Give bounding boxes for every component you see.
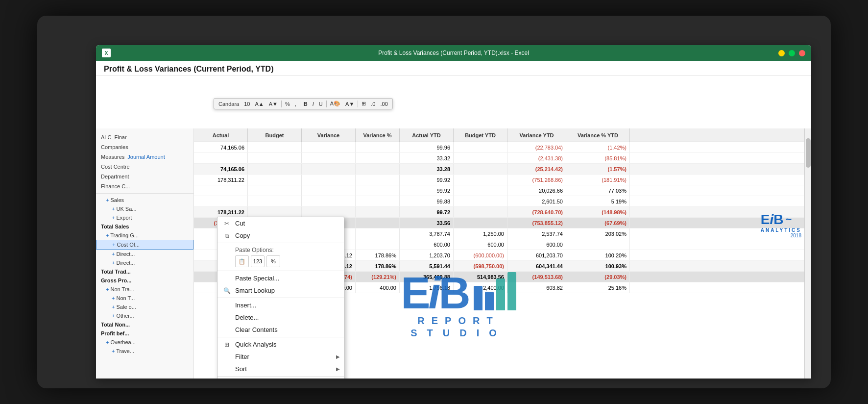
toolbar-sep-3 <box>326 101 327 107</box>
ctx-copy[interactable]: ⧉ Copy <box>217 229 344 242</box>
percent-button[interactable]: % <box>284 101 291 107</box>
font-selector[interactable]: Candara <box>217 101 241 107</box>
window-title: Profit & Loss Variances (Current Period,… <box>378 50 529 56</box>
ctx-sort-label: Sort <box>235 365 247 373</box>
ctx-paste-icon-row: 📋 123 % <box>217 254 344 270</box>
ctx-sort[interactable]: Sort ▶ <box>217 363 344 375</box>
ctx-copy-label: Copy <box>235 232 250 239</box>
toolbar-sep-2 <box>300 101 300 107</box>
minimize-button[interactable] <box>778 50 785 56</box>
toolbar-sep-4 <box>358 101 358 107</box>
bold-button[interactable]: B <box>302 101 309 107</box>
ctx-smart-lookup[interactable]: 🔍 Smart Lookup <box>217 284 344 297</box>
dec-decimal-button[interactable]: .0 <box>369 101 377 107</box>
font-color-button[interactable]: A▼ <box>344 101 356 107</box>
ctx-delete-label: Delete... <box>235 314 259 321</box>
cut-icon: ✂ <box>222 219 231 228</box>
excel-app-icon: X <box>102 49 111 57</box>
font-size-selector[interactable]: 10 <box>242 101 251 107</box>
sheet-content: ALC_Finar Companies Measures Journal Amo… <box>96 128 811 379</box>
ctx-quick-analysis-label: Quick Analysis <box>235 341 277 348</box>
ctx-sep-4 <box>217 337 344 337</box>
copy-icon: ⧉ <box>222 231 231 240</box>
ctx-paste-icon-2[interactable]: 123 <box>251 255 265 267</box>
ctx-delete[interactable]: Delete... <box>217 311 344 324</box>
inc-decimal-button[interactable]: .00 <box>379 101 389 107</box>
ctx-paste-icon-1[interactable]: 📋 <box>235 255 249 267</box>
sort-arrow-icon: ▶ <box>336 366 340 372</box>
italic-button[interactable]: I <box>311 101 315 107</box>
title-bar: X Profit & Loss Variances (Current Perio… <box>96 45 811 61</box>
ctx-filter[interactable]: Filter ▶ <box>217 351 344 363</box>
ctx-sep-2 <box>217 271 344 271</box>
smart-lookup-icon: 🔍 <box>222 286 231 295</box>
ctx-filter-label: Filter <box>235 353 249 360</box>
font-grow-icon[interactable]: A▲ <box>253 101 265 107</box>
ctx-insert[interactable]: Insert... <box>217 299 344 311</box>
screen-wrapper: X Profit & Loss Variances (Current Perio… <box>37 16 831 388</box>
quick-analysis-icon: ⊞ <box>222 340 231 349</box>
ctx-paste-options-label: Paste Options: <box>217 244 344 254</box>
borders-button[interactable]: ⊞ <box>360 100 367 107</box>
comma-button[interactable]: , <box>293 101 298 107</box>
ctx-paste-icon-3[interactable]: % <box>266 255 280 267</box>
dim-overlay <box>96 128 811 379</box>
excel-window: X Profit & Loss Variances (Current Perio… <box>96 45 811 379</box>
sheet-header: Profit & Loss Variances (Current Period,… <box>96 61 811 76</box>
toolbar-sep-1 <box>281 101 282 107</box>
maximize-button[interactable] <box>789 50 795 56</box>
mini-toolbar: Candara 10 A▲ A▼ % , B I U A🎨 A▼ ⊞ .0 .0… <box>214 98 393 109</box>
ctx-clear-contents[interactable]: Clear Contents <box>217 324 344 336</box>
ctx-quick-analysis[interactable]: ⊞ Quick Analysis <box>217 338 344 351</box>
ctx-sep-1 <box>217 243 344 243</box>
ctx-sep-3 <box>217 298 344 298</box>
ctx-insert-comment[interactable]: 💬 Insert Comment <box>217 378 344 379</box>
ctx-cut[interactable]: ✂ Cut <box>217 217 344 229</box>
ctx-smart-lookup-label: Smart Lookup <box>235 287 275 294</box>
fill-color-button[interactable]: A🎨 <box>329 100 342 107</box>
sheet-title: Profit & Loss Variances (Current Period,… <box>104 65 803 74</box>
context-menu: ✂ Cut ⧉ Copy Paste Options: 📋 123 % Past… <box>217 217 344 379</box>
font-shrink-icon[interactable]: A▼ <box>267 101 279 107</box>
ctx-paste-special[interactable]: Paste Special... <box>217 272 344 284</box>
ctx-cut-label: Cut <box>235 220 245 227</box>
ctx-paste-special-label: Paste Special... <box>235 275 279 282</box>
ctx-sep-5 <box>217 376 344 377</box>
underline-button[interactable]: U <box>317 101 324 107</box>
close-button[interactable] <box>799 50 805 56</box>
filter-arrow-icon: ▶ <box>336 354 340 359</box>
window-controls <box>778 50 805 56</box>
ctx-clear-label: Clear Contents <box>235 326 278 333</box>
ctx-insert-label: Insert... <box>235 302 256 309</box>
